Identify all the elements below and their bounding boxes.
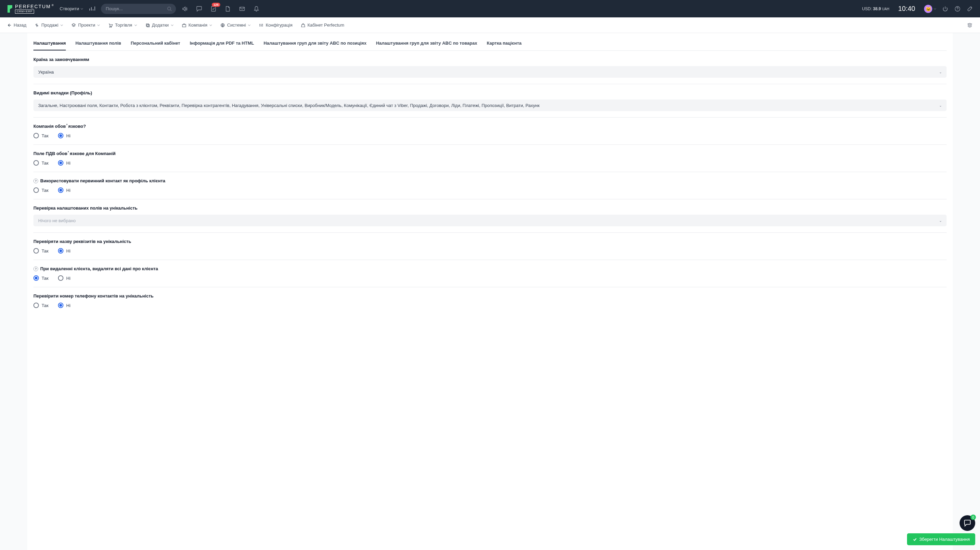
radio-company-required: Так Ні [33,133,947,138]
tab-settings[interactable]: Налаштування [33,37,66,51]
radio-primary-no[interactable]: Ні [58,187,70,193]
svg-rect-2 [240,7,245,11]
logo[interactable]: PERFECTUM® CRM+ERP [7,4,54,14]
cart-icon [108,23,113,28]
currency-display: USD: 38.9 UAH [862,6,889,11]
logo-mark-icon [7,5,13,13]
chevron-down-icon [209,24,212,27]
label-vat-required: Поле ПДВ обов᾽язкове для Компаній [33,151,947,156]
chevron-down-icon [248,24,251,27]
tasks-badge: 125 [212,3,220,7]
radio-delete-yes[interactable]: Так [33,275,48,281]
nav-trade[interactable]: Торгівля [108,22,137,28]
radio-delete-data: Так Ні [33,275,947,281]
label-primary-contact: ? Використовувати первинний контакт як п… [33,178,947,183]
tab-pdf-html[interactable]: Інформація для PDF та HTML [189,37,254,51]
chevron-down-icon [60,24,63,27]
sliders-icon [259,23,264,28]
nav-back[interactable]: Назад [7,22,26,28]
search-box[interactable] [101,4,176,14]
search-icon [167,6,172,11]
chevron-down-icon [934,8,936,10]
logo-text: PERFECTUM® CRM+ERP [15,4,54,14]
tab-abc-positions[interactable]: Налаштування груп для звіту ABC по позиц… [264,37,367,51]
radio-phone-no[interactable]: Ні [58,303,70,308]
label-phone-unique: Перевірити номер телефону контактів на у… [33,293,947,298]
section-visible-tabs: Видимі вкладки (Профіль) Загальне, Настр… [33,84,947,117]
nav-system[interactable]: Системні [220,22,251,28]
nav-projects[interactable]: Проекти [71,22,100,28]
layers-icon [71,23,76,28]
save-button[interactable]: Зберегти Налаштування [907,533,975,545]
svg-rect-4 [146,24,149,26]
radio-primary-yes[interactable]: Так [33,187,48,193]
tab-field-settings[interactable]: Налаштування полів [75,37,121,51]
chat-icon[interactable] [196,5,202,12]
radio-phone-yes[interactable]: Так [33,303,48,308]
chat-badge: 0 [970,515,976,520]
chevron-down-icon: ⌄ [939,104,942,107]
sound-icon[interactable] [181,5,188,12]
chevron-down-icon [171,24,173,27]
document-icon[interactable] [224,5,231,12]
avatar[interactable]: 🐱 [924,5,936,12]
radio-requisites-unique: Так Ні [33,248,947,254]
tab-personal-cabinet[interactable]: Персональний кабінет [130,37,180,51]
copy-icon [145,23,150,28]
section-unique-fields: Перевірка налаштованих полів на унікальн… [33,199,947,233]
help-icon[interactable] [954,5,961,12]
help-icon[interactable]: ? [33,266,38,271]
select-unique-fields[interactable]: Нічого не вибрано ⌄ [33,215,947,226]
top-header: PERFECTUM® CRM+ERP Створити 125 USD: 38.… [0,0,980,17]
bell-icon[interactable] [253,5,260,12]
help-icon[interactable]: ? [33,179,38,183]
nav-cabinet[interactable]: Кабінет Perfectum [301,22,344,28]
tabs-row: Налаштування Налаштування полів Персонал… [33,33,947,51]
section-delete-data: ? При видаленні клієнта, видаляти всі да… [33,260,947,287]
tab-abc-goods[interactable]: Налаштування груп для звіту ABC по товар… [376,37,477,51]
nav-config[interactable]: Конфігурація [259,22,293,28]
header-icons: 125 [181,5,260,12]
section-primary-contact: ? Використовувати первинний контакт як п… [33,172,947,199]
chat-bubble[interactable]: 0 [959,515,975,531]
avatar-image: 🐱 [924,5,932,13]
select-country[interactable]: Україна ⌄ [33,66,947,78]
label-company-required: Компанія обов᾽язково? [33,124,947,129]
nav-layers-icon[interactable] [966,22,973,29]
label-delete-data: ? При видаленні клієнта, видаляти всі да… [33,266,947,271]
label-unique-fields: Перевірка налаштованих полів на унікальн… [33,206,947,211]
radio-requisites-no[interactable]: Ні [58,248,70,254]
radio-delete-no[interactable]: Ні [58,275,70,281]
svg-rect-6 [183,25,186,27]
power-icon[interactable] [942,5,949,12]
section-requisites-unique: Перевіряти назву реквізитів на унікальні… [33,233,947,260]
tab-patient-card[interactable]: Картка пацієнта [487,37,521,51]
arrow-left-icon [7,23,11,28]
dollar-icon [35,23,39,28]
nav-sales[interactable]: Продажі [35,22,63,28]
create-button[interactable]: Створити [60,6,83,11]
radio-company-no[interactable]: Ні [58,133,70,138]
label-requisites-unique: Перевіряти назву реквізитів на унікальні… [33,239,947,244]
chevron-down-icon [97,24,100,27]
bag-icon [301,23,305,28]
check-icon [913,537,917,542]
chat-icon [964,519,971,527]
label-country: Країна за замовчуванням [33,57,947,62]
select-unique-fields-value: Нічого не вибрано [38,218,76,223]
nav-addons[interactable]: Додатки [145,22,173,28]
radio-vat-yes[interactable]: Так [33,160,48,166]
svg-rect-5 [147,25,150,27]
radio-vat-no[interactable]: Ні [58,160,70,166]
radio-requisites-yes[interactable]: Так [33,248,48,254]
section-company-required: Компанія обов᾽язково? Так Ні [33,117,947,145]
svg-point-0 [168,7,171,10]
search-input[interactable] [106,6,171,11]
wrench-icon[interactable] [966,5,973,12]
select-visible-tabs[interactable]: Загальне, Настроювані поля, Контакти, Ро… [33,100,947,111]
stats-icon[interactable] [89,5,95,12]
radio-company-yes[interactable]: Так [33,133,48,138]
tasks-icon[interactable]: 125 [210,5,217,12]
nav-company[interactable]: Компанія [182,22,212,28]
mail-icon[interactable] [239,5,245,12]
